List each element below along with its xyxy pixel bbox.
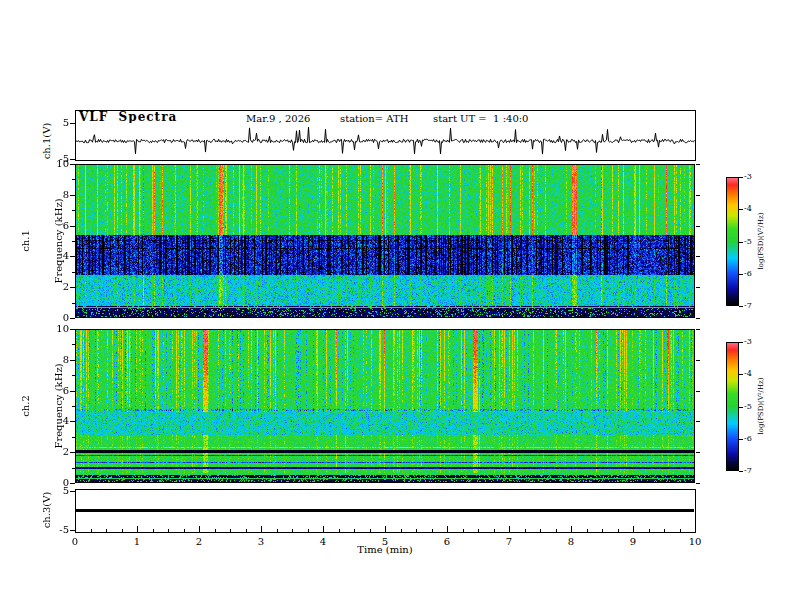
x-tick-minor [308, 529, 309, 532]
cb2-tick-label: -5 [744, 402, 752, 411]
x-tick-label: 6 [439, 536, 455, 547]
x-tick-minor [184, 529, 185, 532]
spec2-ytick-right [696, 391, 700, 392]
wave1-frame-top [75, 110, 695, 111]
x-tick-minor [587, 529, 588, 532]
spec2-ytick-minor [72, 468, 75, 469]
x-tick-minor [494, 529, 495, 532]
spec2-ytick [70, 391, 75, 392]
x-tick-minor [91, 529, 92, 532]
cb1-tick-label: -5 [744, 237, 752, 246]
spec1-ytick-label: 6 [52, 220, 69, 231]
spec2-ytick [70, 421, 75, 422]
spec1-ytick-right [696, 256, 700, 257]
x-tick [571, 526, 572, 532]
cb1-tick [739, 274, 743, 275]
cb2-tick-label: -4 [744, 369, 752, 378]
spec1-ytick [70, 287, 75, 288]
spec1-ytick [70, 226, 75, 227]
spec2-ytick-minor [72, 437, 75, 438]
spec2-ytick [70, 360, 75, 361]
x-tick-label: 5 [377, 536, 393, 547]
cb1-tick-label: -6 [744, 269, 752, 278]
x-tick [695, 526, 696, 532]
cb2-tick [739, 374, 743, 375]
cb2-tick-label: -7 [744, 466, 752, 475]
wave1-frame-right [695, 110, 696, 161]
spec1-ytick-minor [72, 272, 75, 273]
x-tick [261, 526, 262, 532]
x-tick-label: 8 [563, 536, 579, 547]
x-tick-minor [230, 529, 231, 532]
spec1-ytick-label: 2 [52, 281, 69, 292]
colorbar-ch2-label: log(PSD)(V²/Hz) [756, 378, 767, 435]
ch1-waveform-canvas [75, 123, 695, 159]
spec1-ytick-minor [72, 241, 75, 242]
spec2-ytick [70, 452, 75, 453]
cb1-tick [739, 306, 743, 307]
spec2-ytick [70, 329, 75, 330]
x-tick-minor [556, 529, 557, 532]
cb1-tick-label: -7 [744, 301, 752, 310]
ch3_wave-ytick [70, 491, 75, 492]
spec1-ytick-right [696, 287, 700, 288]
cb2-tick [739, 439, 743, 440]
cb2-tick-label: -6 [744, 434, 752, 443]
ch3_wave-ytick-label: -5 [52, 524, 69, 535]
x-tick [447, 526, 448, 532]
spec1-ytick-minor [72, 179, 75, 180]
spec1-ytick-label: 0 [52, 312, 69, 323]
ch1-frequency-label-line1: ch.1 [20, 198, 31, 283]
spec2-ytick-right [696, 452, 700, 453]
cb1-tick [739, 209, 743, 210]
cb2-tick [739, 471, 743, 472]
spec1-ytick [70, 195, 75, 196]
cb1-tick [739, 242, 743, 243]
x-tick-minor [277, 529, 278, 532]
x-tick-minor [664, 529, 665, 532]
spec1-ytick-right [696, 226, 700, 227]
x-tick-label: 3 [253, 536, 269, 547]
ch1-frequency-label-line2: Frequency (kHz) [53, 198, 64, 283]
x-tick-minor [106, 529, 107, 532]
ch2-spectrogram-canvas [75, 329, 695, 483]
x-tick [633, 526, 634, 532]
x-tick-label: 2 [191, 536, 207, 547]
x-tick [75, 526, 76, 532]
ch1_wave-ytick [70, 159, 75, 160]
x-tick-minor [478, 529, 479, 532]
x-tick [509, 526, 510, 532]
colorbar-ch1-label: log(PSD)(V²/Hz) [756, 213, 767, 270]
spec1-ytick-right [696, 164, 700, 165]
spec1-ytick [70, 318, 75, 319]
x-tick-minor [649, 529, 650, 532]
x-tick-minor [432, 529, 433, 532]
vlf-spectra-figure: VLF Spectra Mar.9 , 2026 station= ATH st… [0, 0, 792, 612]
spec1-ytick-label: 8 [52, 189, 69, 200]
x-tick-minor [354, 529, 355, 532]
x-tick [323, 526, 324, 532]
spec1-ytick-label: 10 [52, 158, 69, 169]
x-tick-minor [602, 529, 603, 532]
x-tick-minor [540, 529, 541, 532]
ch1-spectrogram-canvas [75, 164, 695, 318]
x-tick-minor [463, 529, 464, 532]
spec2-ytick-right [696, 360, 700, 361]
x-tick-label: 1 [129, 536, 145, 547]
wave1-frame-bottom [75, 160, 695, 161]
x-tick [137, 526, 138, 532]
x-tick-minor [416, 529, 417, 532]
x-tick-minor [339, 529, 340, 532]
x-tick-minor [168, 529, 169, 532]
figure-title: VLF Spectra [79, 110, 177, 124]
x-tick-minor [370, 529, 371, 532]
x-tick-minor [525, 529, 526, 532]
x-tick-minor [246, 529, 247, 532]
ch2-frequency-label-line1: ch.2 [20, 363, 31, 448]
x-tick-label: 4 [315, 536, 331, 547]
x-tick [385, 526, 386, 532]
spec2-ytick-minor [72, 344, 75, 345]
ch3-flat-signal-line [76, 509, 694, 512]
cb1-tick [739, 177, 743, 178]
cb2-tick [739, 342, 743, 343]
